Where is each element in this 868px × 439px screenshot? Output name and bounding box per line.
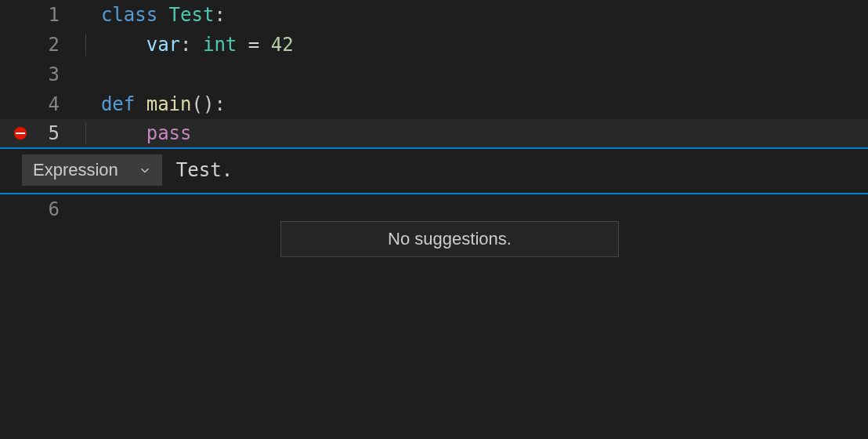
dropdown-label: Expression bbox=[33, 160, 118, 180]
expression-mode-dropdown[interactable]: Expression bbox=[22, 154, 162, 186]
function-name: main bbox=[146, 93, 192, 115]
code-line[interactable]: 3 bbox=[0, 60, 868, 89]
line-number: 1 bbox=[0, 4, 78, 26]
no-suggestions-message: No suggestions. bbox=[388, 229, 512, 249]
code-line[interactable]: 4 def main(): bbox=[0, 89, 868, 119]
class-name: Test bbox=[169, 4, 215, 26]
keyword: pass bbox=[146, 122, 192, 144]
code-line[interactable]: 6 bbox=[0, 194, 868, 224]
line-number: 4 bbox=[0, 93, 78, 115]
punct: : bbox=[214, 93, 225, 115]
punct: : bbox=[214, 4, 225, 26]
line-number: 6 bbox=[0, 198, 78, 220]
chevron-down-icon bbox=[139, 164, 151, 176]
debug-console-bar: Expression bbox=[0, 147, 868, 194]
code-line[interactable]: 1 class Test: bbox=[0, 0, 868, 30]
variable: var bbox=[146, 34, 180, 56]
punct: : bbox=[180, 34, 191, 56]
line-number: 2 bbox=[0, 34, 78, 56]
code-line-active[interactable]: 5 pass bbox=[0, 119, 868, 149]
punct: () bbox=[192, 93, 215, 115]
code-editor[interactable]: 1 class Test: 2 var: int = 42 3 4 def ma… bbox=[0, 0, 868, 149]
code-line[interactable]: 2 var: int = 42 bbox=[0, 30, 868, 60]
operator: = bbox=[237, 34, 270, 56]
number: 42 bbox=[271, 34, 294, 56]
type: int bbox=[203, 34, 237, 56]
debug-expression-input[interactable] bbox=[162, 159, 868, 181]
autocomplete-popup: No suggestions. bbox=[280, 221, 619, 257]
breakpoint-icon[interactable] bbox=[14, 127, 27, 140]
line-number: 5 bbox=[0, 122, 78, 144]
keyword: class bbox=[101, 4, 157, 26]
keyword: def bbox=[101, 93, 135, 115]
line-number: 3 bbox=[0, 63, 78, 85]
